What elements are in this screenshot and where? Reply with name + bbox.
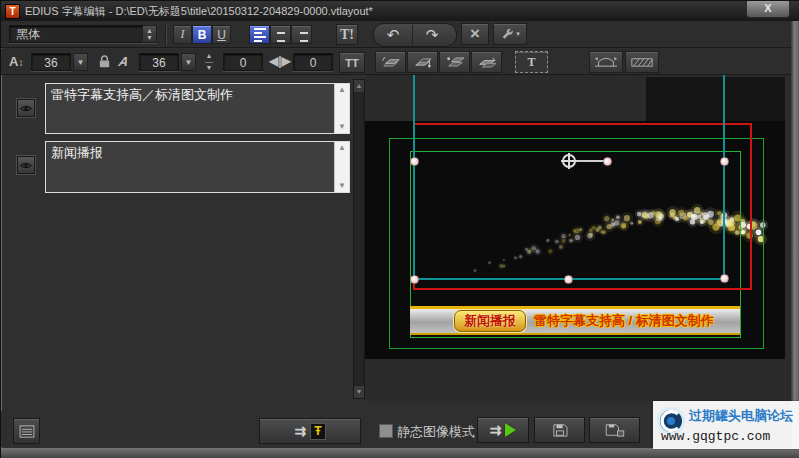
visibility-toggle-2[interactable]: [17, 156, 35, 174]
window-title: EDIUS 字幕编辑 - D:\ED\无标题5\title\20150312-2…: [25, 4, 373, 19]
object-bound-right-guide: [723, 75, 725, 280]
insert-text-button[interactable]: T!: [336, 24, 358, 45]
scroll-up-icon[interactable]: ▲: [335, 84, 349, 96]
banner-badge: 新闻播报: [454, 310, 526, 332]
title-banner[interactable]: 新闻播报 雷特字幕支持高 / 标清图文制作: [410, 306, 740, 335]
char-spacing-icon: ◀|▶: [269, 54, 291, 68]
line-spacing-icon: ▲—▼: [205, 53, 213, 71]
text-entry-2[interactable]: 新闻播报 ▲ ▼: [45, 141, 350, 193]
apply-to-timeline-button[interactable]: ⇉ Ŧ: [259, 418, 361, 444]
title-crawl-button[interactable]: [625, 51, 659, 73]
font-width-dropdown[interactable]: ▼: [181, 53, 196, 71]
underline-button[interactable]: U: [212, 25, 231, 44]
text-entry-2-scrollbar[interactable]: ▲ ▼: [334, 142, 349, 192]
align-left-icon: [254, 28, 266, 42]
scrollbar-down-button[interactable]: ▼: [354, 386, 364, 398]
anchor-handle[interactable]: [603, 157, 612, 166]
save-as-button[interactable]: [589, 417, 640, 443]
transfer-arrow-icon: ⇉: [490, 422, 502, 438]
apply-play-button[interactable]: ⇉: [477, 417, 529, 443]
scroll-down-icon[interactable]: ▼: [335, 180, 349, 192]
font-height-icon: A↕: [9, 54, 23, 69]
preview-canvas[interactable]: 新闻播报 雷特字幕支持高 / 标清图文制作: [365, 75, 791, 401]
align-left-button[interactable]: [249, 25, 270, 44]
forum-watermark: 过期罐头电脑论坛 www.gqgtpc.com: [653, 401, 799, 449]
visibility-toggle-1[interactable]: [17, 99, 35, 117]
font-height-dropdown[interactable]: ▼: [73, 53, 88, 71]
lock-ratio-icon[interactable]: [97, 54, 112, 69]
scroll-down-icon[interactable]: ▼: [335, 121, 349, 133]
undo-icon: ↶: [387, 26, 400, 43]
select-text-object-button[interactable]: T: [515, 51, 548, 73]
handle-bottom-left[interactable]: [410, 275, 419, 284]
list-icon: [19, 425, 35, 438]
text-entry-1[interactable]: 雷特字幕支持高／标清图文制作 ▲ ▼: [45, 83, 350, 134]
app-icon: T: [5, 4, 20, 19]
layer-front-icon: [381, 55, 401, 69]
title-bar[interactable]: T EDIUS 字幕编辑 - D:\ED\无标题5\title\20150312…: [1, 1, 799, 21]
banner-text: 雷特字幕支持高 / 标清图文制作: [534, 312, 714, 330]
transfer-arrow-icon: ⇉: [294, 423, 306, 439]
title-roll-button[interactable]: [589, 51, 623, 73]
text-entry-2-value: 新闻播报: [51, 144, 103, 162]
font-family-select[interactable]: 黑体: [9, 25, 157, 43]
redo-icon: ↷: [426, 26, 439, 43]
crawl-title-icon: [630, 55, 654, 69]
window-bottom-frame: [1, 448, 799, 458]
wrench-caret-icon: ▾: [516, 30, 520, 38]
font-height-input[interactable]: 36: [31, 53, 71, 71]
undo-button[interactable]: ↶: [374, 25, 412, 45]
save-button[interactable]: [534, 417, 585, 443]
caret-down-icon: ▼: [77, 58, 85, 67]
static-image-checkbox[interactable]: [379, 424, 393, 438]
delete-icon: ×: [470, 24, 480, 44]
watermark-url: www.gqgtpc.com: [661, 429, 770, 444]
text-list-scrollbar[interactable]: ▲ ▼: [353, 79, 365, 399]
text-entry-1-scrollbar[interactable]: ▲ ▼: [334, 84, 349, 133]
align-right-button[interactable]: [291, 25, 312, 44]
eye-icon: [20, 161, 32, 170]
object-bound-left-guide: [413, 75, 415, 280]
text-entry-1-value: 雷特字幕支持高／标清图文制作: [51, 86, 233, 104]
layer-bring-front-button[interactable]: [375, 51, 406, 73]
size-toolbar: A↕ 36 ▼ A 36 ▼ ▲—▼ 0 ◀|▶ 0 TT T: [1, 49, 799, 75]
caret-down-icon: ▼: [185, 58, 193, 67]
edius-title-editor-window: T EDIUS 字幕编辑 - D:\ED\无标题5\title\20150312…: [0, 0, 799, 458]
align-right-icon: [296, 28, 308, 42]
redo-button[interactable]: ↷: [412, 25, 451, 45]
scrollbar-up-button[interactable]: ▲: [354, 80, 364, 92]
layer-forward-button[interactable]: [439, 51, 470, 73]
wrench-icon: [500, 27, 514, 41]
handle-bottom-right[interactable]: [720, 274, 729, 283]
font-width-input[interactable]: 36: [139, 53, 179, 71]
font-width-icon: A: [117, 54, 130, 69]
tt-case-button[interactable]: TT: [339, 52, 365, 73]
align-center-button[interactable]: [270, 25, 291, 44]
layer-backward-button[interactable]: [471, 51, 502, 73]
char-spacing-input[interactable]: 0: [293, 53, 333, 71]
layer-backward-icon: [477, 55, 497, 69]
layer-forward-icon: [445, 55, 465, 69]
bold-button[interactable]: B: [192, 25, 212, 44]
save-icon: [552, 423, 568, 437]
layer-send-back-button[interactable]: [407, 51, 438, 73]
handle-top-right[interactable]: [720, 157, 729, 166]
handle-bottom-center[interactable]: [564, 275, 573, 284]
layer-back-icon: [413, 55, 433, 69]
anchor-point[interactable]: [562, 154, 576, 168]
italic-button[interactable]: I: [173, 25, 192, 44]
line-spacing-input[interactable]: 0: [223, 53, 263, 71]
format-toolbar: 黑体 ▲▼ I B U T! ↶ ↷ × ▾: [1, 21, 799, 48]
eye-icon: [20, 104, 32, 113]
play-icon: [505, 423, 516, 437]
handle-top-left[interactable]: [410, 157, 419, 166]
close-button[interactable]: X: [746, 1, 790, 18]
font-family-spinner[interactable]: ▲▼: [142, 25, 157, 43]
layout-list-button[interactable]: [13, 418, 40, 444]
selection-red-rect[interactable]: [413, 123, 752, 290]
properties-button[interactable]: ▾: [493, 23, 527, 45]
scroll-up-icon[interactable]: ▲: [335, 142, 349, 154]
align-center-icon: [275, 28, 287, 42]
static-image-label: 静态图像模式: [397, 423, 475, 441]
delete-button[interactable]: ×: [461, 23, 489, 45]
